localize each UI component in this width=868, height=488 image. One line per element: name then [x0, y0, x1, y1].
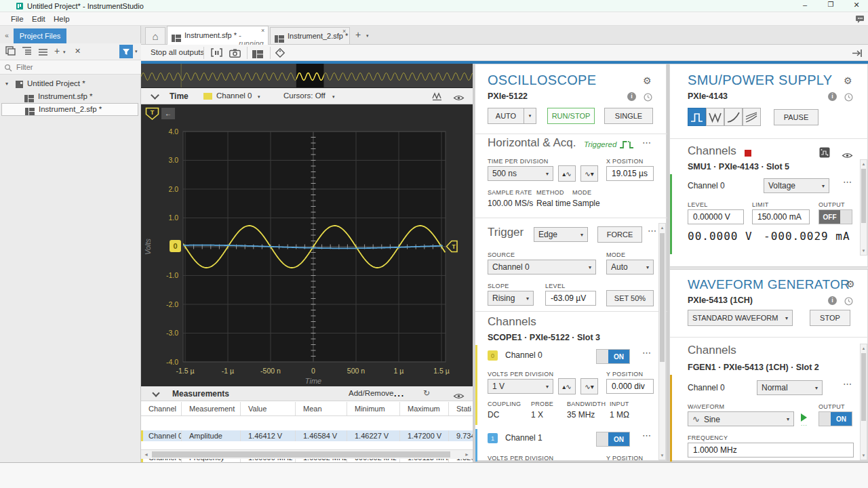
tree-item-project[interactable]: ▾ Untitled Project * [0, 77, 141, 90]
time-per-division-select[interactable]: 500 ns▾ [488, 166, 553, 181]
channel0-toggle[interactable]: ON [596, 349, 630, 364]
volts-per-division-select[interactable]: 1 V▾ [488, 379, 553, 394]
timebase-increase-button[interactable]: ▴∿ [558, 165, 576, 182]
graph-options-icon[interactable] [431, 92, 443, 104]
single-button[interactable]: SINGLE [604, 108, 653, 124]
screenshot-camera-icon[interactable] [229, 48, 241, 60]
tab-project-files[interactable]: Project Files [14, 28, 66, 43]
smu-channel-menu-button[interactable]: ⋯ [843, 177, 852, 187]
trigger-time-marker[interactable]: T [145, 107, 160, 121]
trigger-menu-button[interactable]: ⋯ [648, 226, 656, 236]
add-remove-button[interactable]: Add/Remove [349, 389, 393, 397]
panel-splitter[interactable] [670, 266, 868, 270]
trigger-type-select[interactable]: Edge▾ [534, 227, 588, 242]
graph-channel-select[interactable]: Channel 0 [216, 92, 252, 100]
smu-function-select[interactable]: Voltage▾ [764, 178, 829, 193]
channel0-menu-button[interactable]: ⋯ [642, 348, 651, 358]
history-icon[interactable] [644, 92, 652, 104]
scope-panel-scrollbar[interactable]: ▲ ▼ [658, 223, 666, 460]
feedback-icon[interactable] [855, 14, 865, 26]
remove-item-button[interactable]: ✕ [75, 47, 81, 56]
channel1-toggle[interactable]: ON [596, 432, 630, 447]
add-item-button[interactable]: + [54, 45, 60, 56]
channel-caret-icon[interactable]: ▾ [258, 94, 260, 100]
set-50-button[interactable]: SET 50% [606, 290, 654, 306]
save-all-icon[interactable] [5, 46, 16, 58]
auto-caret-button[interactable]: ▾ [524, 108, 536, 124]
slope-select[interactable]: Rising▾ [488, 291, 534, 306]
export-panel-icon[interactable] [852, 48, 863, 60]
smu-output-toggle[interactable]: OFF [818, 209, 852, 224]
gear-icon[interactable]: ⚙ [846, 279, 855, 289]
column-header[interactable]: Mean [296, 402, 347, 415]
scope-plot[interactable]: 4.03.02.01.0-1.0-2.0-3.0-4.0-1.5 µ-1 µ-5… [141, 104, 473, 386]
vertical-decrease-button[interactable]: ∿▾ [580, 378, 598, 394]
tree-item-instrument[interactable]: Instrument.sfp * [0, 90, 141, 103]
waveform-select[interactable]: ∿Sine▾ [688, 411, 794, 426]
trigger-level-input[interactable]: -63.09 µV [545, 291, 596, 306]
smu-mode-curve-button[interactable] [724, 108, 743, 126]
x-position-input[interactable]: 19.015 µs [606, 166, 654, 181]
tab-instrument2[interactable]: Instrument_2.sfp * × [270, 27, 350, 45]
close-tab-icon[interactable]: × [261, 27, 264, 34]
history-icon[interactable] [844, 296, 853, 308]
channel1-menu-button[interactable]: ⋯ [642, 430, 651, 441]
cursors-caret-icon[interactable]: ▾ [332, 94, 335, 100]
collapse-graph-icon[interactable] [151, 91, 159, 100]
restore-button[interactable]: ❐ [823, 1, 838, 12]
column-header[interactable]: Maximum [400, 402, 449, 415]
column-header[interactable]: Stati [449, 402, 473, 415]
expander-icon[interactable]: ▾ [5, 81, 8, 87]
scrollbar-thumb[interactable] [861, 353, 866, 421]
measurements-menu-button[interactable]: ⋯ [393, 389, 404, 402]
horizontal-menu-button[interactable]: ⋯ [642, 138, 651, 148]
fgen-output-toggle[interactable]: ON [818, 411, 852, 426]
trigger-level-marker[interactable]: T [446, 240, 458, 253]
collapse-measurements-icon[interactable] [152, 389, 159, 396]
info-icon[interactable]: i [627, 92, 636, 101]
stop-all-outputs-button[interactable]: Stop all outputs [151, 48, 204, 56]
trigger-mode-select[interactable]: Auto▾ [606, 260, 654, 274]
panel-layout-icon[interactable] [252, 49, 263, 61]
smu-level-input[interactable]: 0.00000 V [688, 209, 744, 224]
home-tab[interactable]: ⌂ [145, 27, 165, 45]
collapse-panel-button[interactable]: « [0, 28, 14, 43]
visibility-eye-icon[interactable] [453, 92, 465, 104]
pause-button[interactable]: PAUSE [774, 109, 818, 125]
info-icon[interactable]: i [828, 92, 837, 101]
channel0-reference-marker[interactable]: 0 [170, 240, 181, 252]
y-position-input[interactable]: 0.000 div [606, 379, 654, 394]
column-header[interactable]: Channel [141, 402, 182, 415]
minimize-button[interactable]: – [797, 1, 812, 12]
scrollbar-thumb[interactable] [660, 233, 665, 362]
column-header[interactable]: Minimum [347, 402, 400, 415]
new-tab-caret-icon[interactable]: ▾ [366, 33, 369, 39]
menu-file[interactable]: File [11, 15, 24, 23]
info-icon[interactable]: i [828, 296, 837, 305]
scroll-right-icon[interactable]: ► [465, 452, 469, 457]
visibility-eye-icon[interactable] [453, 390, 465, 403]
frequency-input[interactable]: 1.0000 MHz [688, 443, 854, 458]
column-header[interactable]: Value [241, 402, 296, 415]
measurement-row-amplitude[interactable]: Channel 0 Amplitude 1.46412 V 1.46584 V … [141, 430, 473, 441]
column-header[interactable]: Measurement [182, 402, 241, 415]
fgen-mode-select[interactable]: STANDARD WAVEFORM▾ [688, 310, 793, 326]
jump-to-trigger-button[interactable]: ← [161, 108, 175, 119]
acquisition-overview-strip[interactable] [141, 64, 473, 88]
scrollbar-thumb[interactable] [861, 169, 866, 223]
close-button[interactable]: ✕ [849, 1, 864, 12]
scrollbar-thumb[interactable] [152, 451, 450, 458]
new-tab-button[interactable]: + [355, 29, 361, 40]
vertical-increase-button[interactable]: ▴∿ [558, 378, 576, 394]
add-item-caret-icon[interactable]: ▾ [63, 49, 66, 55]
smu-mode-sweep-button[interactable] [706, 108, 724, 126]
visibility-eye-icon[interactable] [842, 150, 853, 162]
trigger-source-select[interactable]: Channel 0▾ [488, 260, 596, 274]
reset-statistics-icon[interactable]: ↻ [423, 388, 430, 398]
list-view-icon[interactable] [38, 47, 48, 59]
cursors-select[interactable]: Cursors: Off [283, 92, 326, 100]
tab-instrument-active[interactable]: Instrument.sfp * - running × [167, 26, 269, 45]
filter-button[interactable] [119, 45, 133, 58]
menu-edit[interactable]: Edit [32, 15, 45, 23]
close-tab-icon[interactable]: × [342, 28, 346, 35]
